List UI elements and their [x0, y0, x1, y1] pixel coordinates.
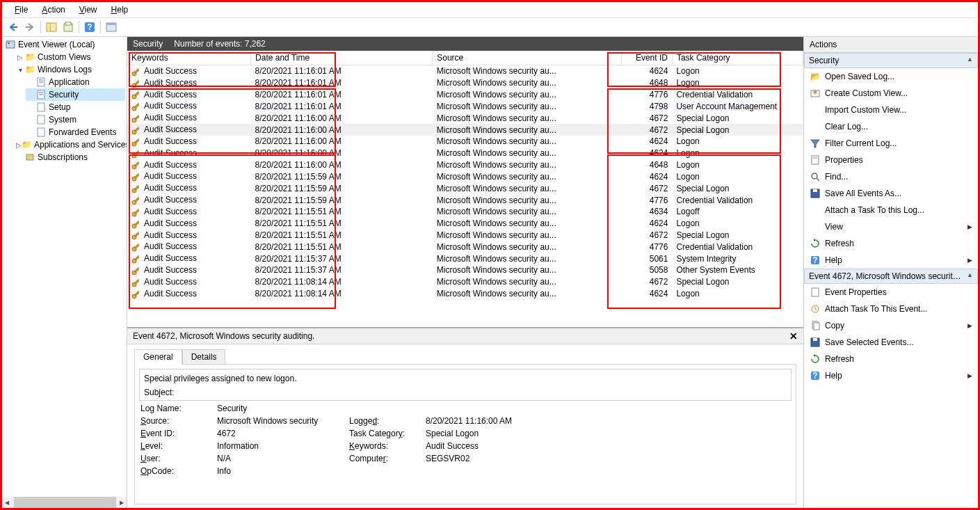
- tree-root[interactable]: Event Viewer (Local): [3, 38, 125, 51]
- svg-rect-64: [138, 232, 139, 233]
- log-icon: [35, 102, 47, 113]
- svg-rect-73: [138, 267, 139, 269]
- svg-rect-39: [135, 139, 139, 143]
- action-view[interactable]: View▶: [804, 218, 978, 235]
- action-save-all[interactable]: Save All Events As...: [804, 185, 978, 202]
- table-row[interactable]: Audit Success8/20/2021 11:16:01 AMMicros…: [127, 100, 803, 112]
- action-find[interactable]: Find...: [804, 168, 978, 185]
- table-row[interactable]: Audit Success8/20/2021 11:15:59 AMMicros…: [127, 170, 803, 182]
- table-row[interactable]: Audit Success8/20/2021 11:15:51 AMMicros…: [127, 241, 803, 253]
- menu-help[interactable]: Help: [104, 3, 136, 16]
- action-help2[interactable]: ?Help▶: [804, 367, 978, 384]
- tree-forwarded[interactable]: Forwarded Events: [26, 126, 125, 138]
- event-viewer-icon: [5, 39, 16, 50]
- svg-rect-37: [138, 127, 139, 128]
- show-hide-tree-button[interactable]: [44, 19, 59, 35]
- svg-rect-82: [812, 156, 819, 164]
- export-button[interactable]: [61, 19, 76, 35]
- menu-action[interactable]: Action: [35, 3, 72, 16]
- action-refresh2[interactable]: Refresh: [804, 351, 978, 367]
- panel-button[interactable]: [104, 19, 119, 35]
- table-row[interactable]: Audit Success8/20/2021 11:15:59 AMMicros…: [127, 194, 803, 206]
- tree-windows-logs[interactable]: ▾📁Windows Logs: [15, 63, 125, 76]
- action-copy[interactable]: Copy▶: [804, 317, 978, 334]
- table-row[interactable]: Audit Success8/20/2021 11:16:00 AMMicros…: [127, 124, 803, 136]
- key-icon: [131, 242, 141, 252]
- table-row[interactable]: Audit Success8/20/2021 11:15:37 AMMicros…: [127, 253, 803, 264]
- svg-rect-0: [47, 23, 56, 31]
- table-row[interactable]: Audit Success8/20/2021 11:16:01 AMMicros…: [127, 65, 803, 77]
- svg-rect-52: [138, 185, 139, 186]
- menu-view[interactable]: View: [72, 3, 104, 16]
- table-row[interactable]: Audit Success8/20/2021 11:16:00 AMMicros…: [127, 136, 803, 148]
- table-row[interactable]: Audit Success8/20/2021 11:08:14 AMMicros…: [127, 288, 803, 300]
- forward-button[interactable]: [22, 19, 38, 35]
- tree-custom-views[interactable]: ▷📁Custom Views: [15, 51, 125, 63]
- svg-rect-95: [814, 323, 819, 330]
- table-row[interactable]: Audit Success8/20/2021 11:15:51 AMMicros…: [127, 206, 803, 218]
- attach-icon: [810, 205, 821, 216]
- action-open-saved-log[interactable]: 📂Open Saved Log...: [804, 68, 978, 85]
- col-date[interactable]: Date and Time: [251, 51, 433, 65]
- menu-file[interactable]: File: [8, 3, 35, 16]
- log-icon: [35, 127, 47, 138]
- actions-section-event[interactable]: Event 4672, Microsoft Windows security a…: [804, 269, 978, 284]
- action-event-properties[interactable]: Event Properties: [804, 284, 978, 301]
- submenu-arrow-icon: ▶: [967, 257, 972, 264]
- folder-icon: 📁: [24, 51, 35, 63]
- table-header-row[interactable]: Keywords Date and Time Source Event ID T…: [127, 51, 803, 65]
- key-icon: [131, 184, 141, 193]
- table-row[interactable]: Audit Success8/20/2021 11:08:14 AMMicros…: [127, 276, 803, 288]
- action-import-custom-view[interactable]: Import Custom View...: [804, 102, 978, 118]
- folder-icon: 📁: [24, 64, 35, 75]
- tree-subscriptions[interactable]: Subscriptions: [15, 151, 125, 164]
- action-attach-task-event[interactable]: Attach Task To This Event...: [804, 301, 978, 317]
- svg-rect-63: [135, 233, 139, 237]
- col-source[interactable]: Source: [433, 51, 622, 65]
- back-button[interactable]: [6, 19, 21, 35]
- action-save-selected[interactable]: Save Selected Events...: [804, 334, 978, 351]
- tree-application[interactable]: Application: [26, 76, 125, 88]
- tree-hscroll[interactable]: ◀▶: [2, 497, 127, 508]
- action-help[interactable]: ?Help▶: [804, 252, 978, 269]
- svg-text:?: ?: [812, 255, 817, 265]
- svg-rect-43: [138, 150, 139, 152]
- svg-rect-76: [138, 279, 139, 280]
- table-row[interactable]: Audit Success8/20/2021 11:16:01 AMMicros…: [127, 89, 803, 101]
- col-category[interactable]: Task Category: [672, 51, 803, 65]
- help-button[interactable]: ?: [82, 19, 97, 35]
- tree-setup[interactable]: Setup: [26, 101, 125, 113]
- folder-open-icon: 📂: [810, 71, 821, 82]
- detail-header: Event 4672, Microsoft Windows security a…: [127, 328, 803, 344]
- tab-general[interactable]: General: [134, 349, 182, 365]
- action-refresh[interactable]: Refresh: [804, 235, 978, 252]
- col-eventid[interactable]: Event ID: [621, 51, 672, 65]
- table-row[interactable]: Audit Success8/20/2021 11:16:00 AMMicros…: [127, 112, 803, 124]
- table-row[interactable]: Audit Success8/20/2021 11:15:51 AMMicros…: [127, 218, 803, 230]
- action-properties[interactable]: Properties: [804, 152, 978, 168]
- col-keywords[interactable]: Keywords: [127, 51, 251, 65]
- action-create-custom-view[interactable]: ✶Create Custom View...: [804, 85, 978, 102]
- table-row[interactable]: Audit Success8/20/2021 11:16:00 AMMicros…: [127, 159, 803, 171]
- svg-rect-67: [138, 244, 139, 245]
- close-button[interactable]: ✕: [789, 330, 798, 342]
- action-filter-log[interactable]: Filter Current Log...: [804, 135, 978, 152]
- table-row[interactable]: Audit Success8/20/2021 11:15:59 AMMicros…: [127, 182, 803, 194]
- table-row[interactable]: Audit Success8/20/2021 11:16:00 AMMicros…: [127, 148, 803, 159]
- table-row[interactable]: Audit Success8/20/2021 11:15:51 AMMicros…: [127, 230, 803, 241]
- action-attach-task-log[interactable]: Attach a Task To this Log...: [804, 202, 978, 218]
- tab-details[interactable]: Details: [182, 349, 226, 365]
- tree-system[interactable]: System: [26, 113, 125, 126]
- table-row[interactable]: Audit Success8/20/2021 11:16:01 AMMicros…: [127, 77, 803, 89]
- find-icon: [810, 171, 821, 182]
- actions-section-security[interactable]: Security▲: [804, 53, 978, 68]
- subscriptions-icon: [24, 152, 35, 163]
- tree-apps-services[interactable]: ▷📁Applications and Services Lo: [15, 138, 125, 151]
- svg-rect-36: [135, 127, 139, 132]
- action-clear-log[interactable]: Clear Log...: [804, 118, 978, 135]
- svg-rect-49: [138, 173, 139, 175]
- tree-security[interactable]: Security: [26, 88, 125, 101]
- lbl-computer: Computer:: [349, 454, 419, 463]
- table-row[interactable]: Audit Success8/20/2021 11:15:37 AMMicros…: [127, 264, 803, 276]
- svg-rect-40: [138, 138, 139, 140]
